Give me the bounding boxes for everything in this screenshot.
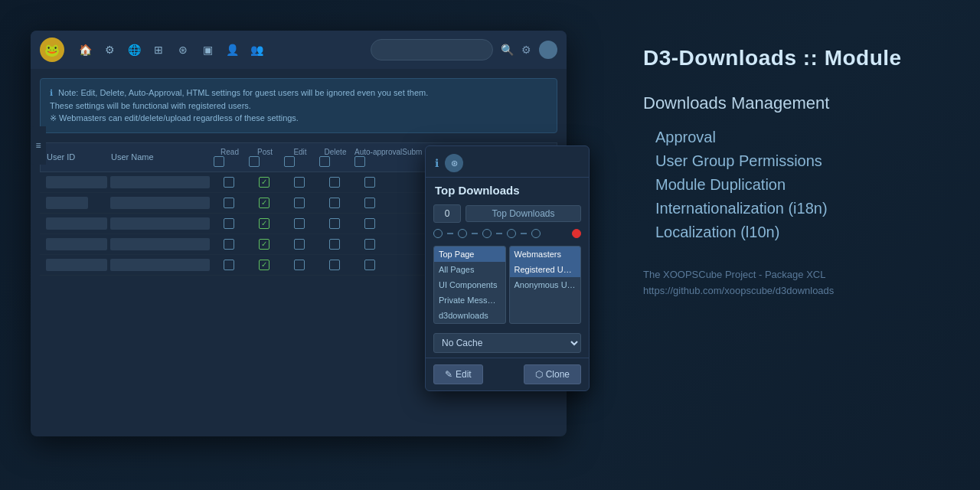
- user-avatar[interactable]: [539, 41, 557, 59]
- header-delete-checkbox[interactable]: [319, 156, 330, 167]
- settings-icon[interactable]: ⚙: [103, 43, 116, 57]
- delete-checkbox[interactable]: [329, 177, 340, 188]
- post-checkbox[interactable]: [259, 177, 270, 188]
- post-checkbox[interactable]: [259, 260, 270, 270]
- footer-line1: The XOOPSCube Project - Package XCL: [643, 267, 934, 283]
- radio-separator: [521, 233, 527, 234]
- cache-select[interactable]: No Cache 1 Hour 6 Hours 12 Hours 24 Hour…: [433, 333, 581, 353]
- list-item-anonymous-user[interactable]: Anonymous User: [510, 277, 581, 292]
- auto-checkbox[interactable]: [364, 260, 375, 270]
- layout-icon[interactable]: ⊞: [152, 43, 165, 57]
- position-input[interactable]: [433, 204, 461, 223]
- radio-row: [426, 226, 589, 241]
- header-post: Post: [249, 148, 281, 167]
- group-icon[interactable]: 👥: [250, 43, 263, 57]
- edit-button[interactable]: ✎ Edit: [433, 364, 483, 384]
- toolbar-right-icons: 🔍 ⚙: [501, 41, 557, 59]
- list-item-top-page[interactable]: Top Page: [434, 247, 505, 262]
- radio-separator: [447, 233, 453, 234]
- toolbar-search-bar[interactable]: [371, 39, 493, 60]
- list-item-webmasters[interactable]: Webmasters: [510, 247, 581, 262]
- radio-btn-5[interactable]: [531, 229, 541, 238]
- popup-module-icon: ⊛: [445, 154, 463, 172]
- header-post-checkbox[interactable]: [249, 156, 260, 167]
- cell-userid: [46, 197, 88, 209]
- list-item-registered-users[interactable]: Registered Users: [510, 262, 581, 277]
- post-checkbox[interactable]: [259, 218, 270, 229]
- read-checkbox[interactable]: [224, 239, 234, 250]
- header-auto-approval: Auto-approvalSubm: [354, 148, 387, 167]
- clone-button-label: Clone: [546, 369, 570, 380]
- edit-checkbox[interactable]: [294, 260, 305, 270]
- delete-checkbox[interactable]: [329, 239, 340, 250]
- delete-checkbox[interactable]: [329, 198, 340, 208]
- menu-item-i18n[interactable]: Internationalization (i18n): [643, 197, 934, 220]
- edit-checkbox[interactable]: [294, 218, 305, 229]
- read-checkbox[interactable]: [224, 260, 234, 270]
- radio-btn-3[interactable]: [482, 229, 492, 238]
- popup-info-icon: ℹ: [435, 157, 439, 169]
- module-icon[interactable]: ▣: [201, 43, 214, 57]
- post-checkbox[interactable]: [259, 239, 270, 250]
- position-label: Top Downloads: [466, 205, 581, 222]
- auto-checkbox[interactable]: [364, 239, 375, 250]
- delete-checkbox[interactable]: [329, 260, 340, 270]
- footer-text: The XOOPSCube Project - Package XCL http…: [643, 267, 934, 299]
- browser-toolbar: 🐸 🏠 ⚙ 🌐 ⊞ ⊛ ▣ 👤 👥 🔍 ⚙: [31, 31, 567, 69]
- left-target-list[interactable]: Top Page All Pages UI Components Private…: [433, 246, 506, 324]
- read-checkbox[interactable]: [224, 177, 234, 188]
- header-edit-checkbox[interactable]: [284, 156, 295, 167]
- footer-line2: https://github.com/xoopscube/d3downloads: [643, 283, 934, 299]
- radio-btn-1[interactable]: [433, 229, 443, 238]
- post-checkbox[interactable]: [259, 198, 270, 208]
- cell-userid: [46, 238, 107, 250]
- person-icon[interactable]: 👤: [225, 43, 239, 57]
- radio-btn-2[interactable]: [458, 229, 467, 238]
- delete-checkbox[interactable]: [329, 218, 340, 229]
- right-target-list[interactable]: Webmasters Registered Users Anonymous Us…: [509, 246, 582, 324]
- header-read-checkbox[interactable]: [214, 156, 224, 167]
- target-lists: Top Page All Pages UI Components Private…: [426, 241, 589, 328]
- list-item-d3downloads[interactable]: d3downloads: [434, 308, 505, 323]
- globe-icon[interactable]: 🌐: [127, 43, 141, 57]
- menu-list: Approval User Group Permissions Module D…: [643, 126, 934, 244]
- cell-userid: [46, 217, 107, 230]
- network-icon[interactable]: ⊛: [176, 43, 190, 57]
- search-icon[interactable]: 🔍: [501, 44, 514, 56]
- info-icon: ℹ: [50, 88, 53, 97]
- popup-footer: ✎ Edit ⬡ Clone: [426, 358, 589, 390]
- cell-username: [110, 259, 210, 271]
- auto-checkbox[interactable]: [364, 198, 375, 208]
- header-auto-checkbox[interactable]: [354, 156, 365, 167]
- home-icon[interactable]: 🏠: [78, 43, 92, 57]
- cell-username: [110, 197, 210, 209]
- cell-userid: [46, 176, 107, 188]
- read-checkbox[interactable]: [224, 218, 234, 229]
- position-row: Top Downloads: [426, 201, 589, 226]
- clone-button[interactable]: ⬡ Clone: [524, 364, 581, 384]
- cache-row: No Cache 1 Hour 6 Hours 12 Hours 24 Hour…: [426, 328, 589, 358]
- edit-button-label: Edit: [456, 369, 472, 380]
- cell-username: [110, 217, 210, 230]
- menu-item-l10n[interactable]: Localization (l10n): [643, 220, 934, 244]
- menu-item-module-duplication[interactable]: Module Duplication: [643, 173, 934, 197]
- edit-checkbox[interactable]: [294, 198, 305, 208]
- radio-btn-active[interactable]: [572, 229, 581, 238]
- header-user-name: User Name: [111, 152, 211, 162]
- popup-header: ℹ ⊛: [426, 146, 589, 178]
- list-item-private-messages[interactable]: Private Messag...: [434, 292, 505, 308]
- list-item-ui-components[interactable]: UI Components: [434, 277, 505, 292]
- sidebar-toggle[interactable]: ≡: [31, 126, 46, 165]
- radio-btn-4[interactable]: [507, 229, 516, 238]
- auto-checkbox[interactable]: [364, 218, 375, 229]
- popup-modal: ℹ ⊛ Top Downloads Top Downloads Top Page…: [425, 145, 590, 391]
- list-item-all-pages[interactable]: All Pages: [434, 262, 505, 277]
- menu-item-user-group-permissions[interactable]: User Group Permissions: [643, 149, 934, 173]
- auto-checkbox[interactable]: [364, 177, 375, 188]
- gear-icon[interactable]: ⚙: [521, 44, 531, 56]
- menu-item-approval[interactable]: Approval: [643, 126, 934, 149]
- cell-username: [110, 176, 210, 188]
- read-checkbox[interactable]: [224, 198, 234, 208]
- edit-checkbox[interactable]: [294, 239, 305, 250]
- edit-checkbox[interactable]: [294, 177, 305, 188]
